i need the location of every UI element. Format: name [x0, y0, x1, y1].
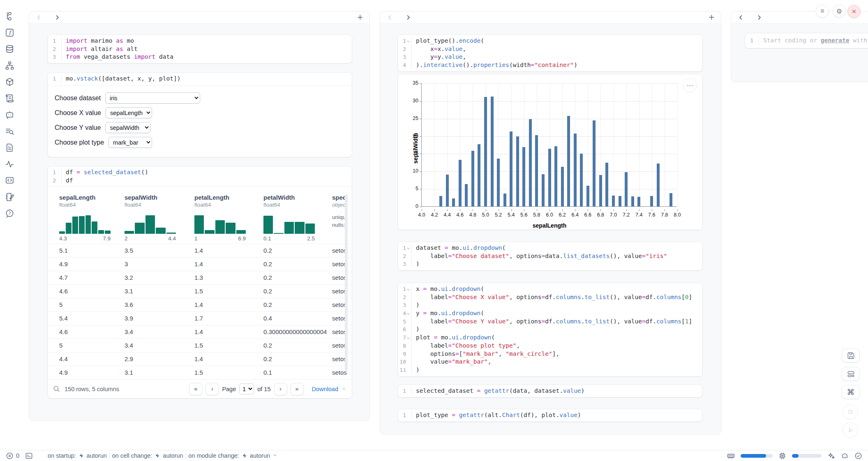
code-line[interactable]: 1import marimo as mo — [48, 37, 352, 45]
code-line[interactable]: 1mo.vstack([dataset, x, y, plot]) — [48, 75, 352, 83]
code-cell-selected-dataset[interactable]: 1selected_dataset = getattr(data, datase… — [398, 385, 702, 397]
add-cell-button[interactable]: + — [709, 13, 714, 22]
column-header-petalLength[interactable]: petalLengthfloat6416.9 — [194, 194, 252, 242]
notebook-edit-icon[interactable] — [5, 192, 14, 203]
table-row[interactable]: 4.63.41.40.30000000000000004setos — [48, 325, 352, 339]
function-square-icon[interactable]: f — [5, 28, 14, 39]
scroll-icon[interactable] — [5, 94, 14, 105]
copilot-button[interactable] — [841, 452, 849, 460]
menu-button[interactable]: ≡ — [816, 5, 829, 18]
file-text-icon[interactable] — [5, 143, 14, 154]
code-line[interactable]: 5 label="Choose Y value", options=df.col… — [398, 318, 702, 326]
next-page-button[interactable]: › — [274, 383, 287, 395]
errors-button[interactable]: 0 — [6, 452, 19, 460]
x-value-select[interactable]: sepalLength — [106, 107, 152, 118]
code-line[interactable]: 10 value="mark_bar", — [398, 358, 702, 366]
code-line[interactable]: 11) — [398, 366, 702, 374]
code-line[interactable]: 1plot_type().encode( — [398, 37, 702, 45]
table-row[interactable]: 4.42.91.40.2setos — [48, 352, 352, 366]
add-cell-button[interactable]: + — [358, 13, 363, 22]
table-row[interactable]: 4.63.11.50.2setos — [48, 284, 352, 298]
last-page-button[interactable]: » — [291, 383, 304, 395]
shutdown-button[interactable]: × — [847, 5, 861, 18]
altair-bar-chart[interactable]: 4.04.24.44.64.85.05.25.45.65.86.06.26.46… — [421, 83, 677, 207]
table-row[interactable]: 53.61.40.2setos — [48, 298, 352, 311]
column-next-icon[interactable] — [756, 14, 762, 21]
search-icon[interactable] — [53, 385, 60, 393]
code-line[interactable]: 1selected_dataset = getattr(data, datase… — [398, 387, 702, 395]
code-line[interactable]: 2import altair as alt — [48, 45, 352, 53]
code-line[interactable]: 1plot_type = getattr(alt.Chart(df), plot… — [398, 411, 702, 420]
table-row[interactable]: 5.43.91.70.4setos — [48, 311, 352, 325]
column-next-icon[interactable] — [54, 14, 60, 21]
run-button[interactable] — [843, 422, 858, 438]
chat-bot-icon[interactable] — [5, 110, 14, 121]
generate-link[interactable]: generate — [821, 37, 850, 44]
y-value-select[interactable]: sepalWidth — [105, 122, 150, 133]
code-line[interactable]: 1df = selected_dataset() — [48, 168, 352, 177]
layout-toggle-button[interactable] — [842, 367, 860, 381]
code-line[interactable]: 2 label="Choose dataset", options=data.l… — [398, 252, 702, 260]
code-line[interactable]: 2 x=x.value, — [398, 45, 702, 53]
column-header-sepalLength[interactable]: sepalLengthfloat644.37.9 — [59, 194, 117, 242]
list-search-icon[interactable] — [5, 127, 14, 138]
code-line[interactable]: 6) — [398, 325, 702, 334]
code-snippet-icon[interactable] — [5, 176, 14, 187]
code-line[interactable]: 7plot = mo.ui.dropdown( — [398, 334, 702, 342]
code-line[interactable]: 1dataset = mo.ui.dropdown( — [398, 244, 702, 252]
ai-sparkles-button[interactable] — [827, 452, 835, 460]
table-row[interactable]: 4.93.11.50.1setos — [48, 366, 352, 379]
stop-button[interactable] — [843, 404, 858, 420]
connection-status-button[interactable] — [854, 452, 862, 460]
code-line[interactable]: 4).interactive().properties(width="conta… — [398, 61, 702, 69]
chart-menu-button[interactable]: ••• — [683, 78, 697, 92]
column-prev-icon[interactable] — [738, 14, 744, 21]
code-line[interactable]: 4y = mo.ui.dropdown( — [398, 309, 702, 318]
code-cell-plot-type[interactable]: 1plot_type = getattr(alt.Chart(df), plot… — [398, 409, 702, 422]
table-row[interactable]: 5.13.51.40.2setos — [48, 244, 352, 257]
code-cell-dataset-dropdown[interactable]: 1dataset = mo.ui.dropdown(2 label="Choos… — [398, 242, 702, 270]
first-page-button[interactable]: « — [189, 383, 202, 395]
code-line[interactable]: 8 label="Choose plot type", — [398, 342, 702, 350]
activity-icon[interactable] — [5, 159, 14, 171]
column-header-sepalWidth[interactable]: sepalWidthfloat6424.4 — [125, 194, 182, 242]
code-line[interactable]: 3 y=y.value, — [398, 53, 702, 61]
column-prev-icon[interactable] — [36, 14, 42, 21]
cell-placeholder[interactable]: Start coding or generate with — [759, 37, 867, 45]
code-cell-xy-dropdowns[interactable]: 1x = mo.ui.dropdown(2 label="Choose X va… — [398, 283, 702, 376]
empty-code-cell[interactable]: 1 Start coding or generate with — [745, 33, 868, 48]
table-row[interactable]: 4.931.40.2setos — [48, 257, 352, 271]
prev-page-button[interactable]: ‹ — [205, 383, 219, 395]
settings-button[interactable]: ⚙ — [833, 5, 846, 18]
code-line[interactable]: 1x = mo.ui.dropdown( — [398, 285, 702, 293]
page-select[interactable]: 1 — [239, 383, 254, 394]
column-header-speci[interactable]: speciobjecuniqunulls: — [332, 194, 352, 229]
database-icon[interactable] — [5, 44, 14, 55]
autorun-setting[interactable]: on startup:autorun — [48, 452, 107, 459]
code-line[interactable]: 9 options=["mark_bar", "mark_circle"], — [398, 350, 702, 358]
dataset-select[interactable]: iris — [105, 92, 200, 104]
autorun-setting[interactable]: on module change:autorun — [189, 452, 278, 459]
code-cell-df[interactable]: 1df = selected_dataset()2df sepalLengthf… — [48, 166, 352, 398]
code-cell-imports[interactable]: 1import marimo as mo2import altair as al… — [48, 35, 352, 63]
column-next-icon[interactable] — [405, 14, 411, 21]
file-tree-icon[interactable] — [5, 12, 14, 23]
download-button[interactable]: Download — [312, 386, 339, 392]
column-header-petalWidth[interactable]: petalWidthfloat640.12.5 — [263, 194, 321, 242]
code-line[interactable]: 3) — [398, 260, 702, 268]
code-line[interactable]: 2df — [48, 177, 352, 185]
code-cell-plot[interactable]: 1plot_type().encode(2 x=x.value,3 y=y.va… — [398, 35, 702, 71]
column-prev-icon[interactable] — [387, 14, 393, 21]
plot-type-select[interactable]: mark_bar — [108, 137, 152, 148]
package-icon[interactable] — [5, 77, 14, 88]
save-button[interactable] — [842, 348, 860, 362]
table-scrollbar[interactable] — [345, 194, 348, 371]
command-palette-button[interactable]: ⌘ — [842, 385, 860, 399]
code-line[interactable]: 3from vega_datasets import data — [48, 53, 352, 61]
terminal-button[interactable] — [25, 452, 33, 460]
help-circle-icon[interactable]: ? — [5, 209, 14, 220]
code-line[interactable]: 3) — [398, 301, 702, 309]
code-cell-vstack[interactable]: 1mo.vstack([dataset, x, y, plot]) Choose… — [48, 73, 352, 157]
table-row[interactable]: 53.41.50.2setos — [48, 339, 352, 352]
code-line[interactable]: 2 label="Choose X value", options=df.col… — [398, 293, 702, 302]
